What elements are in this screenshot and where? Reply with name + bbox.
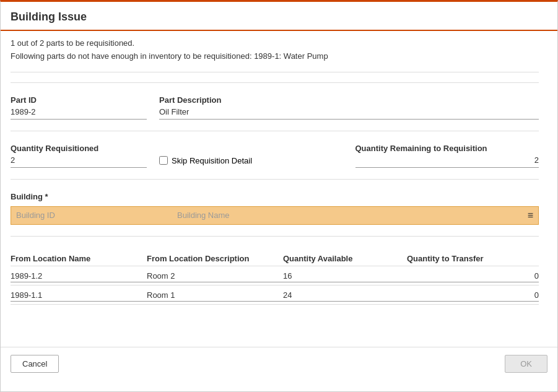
skip-label: Skip Requisition Detail <box>172 156 252 165</box>
building-input-row[interactable]: Building ID Building Name ≡ <box>11 206 539 225</box>
loc-qty-avail-2: 24 <box>283 290 407 302</box>
dialog-scroll-area[interactable]: 1 out of 2 parts to be requisitioned. Fo… <box>1 31 557 347</box>
info-line2: Following parts do not have enough in in… <box>11 50 539 63</box>
table-row: 1989-1.1 Room 1 24 0 <box>11 285 539 305</box>
building-issue-dialog: Building Issue 1 out of 2 parts to be re… <box>0 0 558 392</box>
qty-remaining-field: Quantity Remaining to Requisition 2 <box>355 144 539 168</box>
qty-remaining-label: Quantity Remaining to Requisition <box>355 144 539 153</box>
building-section: Building * Building ID Building Name ≡ <box>11 186 539 230</box>
col-header-qty-avail: Quantity Available <box>283 254 407 263</box>
qty-req-label: Quantity Requisitioned <box>11 144 147 153</box>
building-id-placeholder: Building ID <box>16 211 177 220</box>
divider-1 <box>11 82 539 83</box>
qty-req-field: Quantity Requisitioned 2 <box>11 144 147 168</box>
divider-4 <box>11 236 539 237</box>
location-table-section: From Location Name From Location Descrip… <box>11 243 539 310</box>
loc-qty-avail-1: 16 <box>283 271 407 282</box>
loc-name-1: 1989-1.2 <box>11 271 147 282</box>
loc-name-2: 1989-1.1 <box>11 290 147 302</box>
building-menu-icon[interactable]: ≡ <box>528 211 533 220</box>
skip-field: Skip Requisition Detail <box>159 144 343 165</box>
table-row: 1989-1.2 Room 2 16 0 <box>11 266 539 285</box>
divider-3 <box>11 179 539 180</box>
quantity-row: Quantity Requisitioned 2 Skip Requisitio… <box>11 137 539 173</box>
loc-desc-1: Room 2 <box>147 271 283 282</box>
building-name-placeholder: Building Name <box>177 211 528 220</box>
info-box: 1 out of 2 parts to be requisitioned. Fo… <box>11 31 539 72</box>
col-header-qty-transfer: Quantity to Transfer <box>407 254 539 263</box>
col-header-from-desc: From Location Description <box>147 254 283 263</box>
skip-checkbox[interactable] <box>159 156 168 165</box>
info-line1: 1 out of 2 parts to be requisitioned. <box>11 37 539 50</box>
dialog-footer: Cancel OK <box>1 347 557 380</box>
location-table-header: From Location Name From Location Descrip… <box>11 249 539 266</box>
part-desc-value: Oil Filter <box>159 107 539 120</box>
building-label: Building * <box>11 192 539 201</box>
part-row: Part ID 1989-2 Part Description Oil Filt… <box>11 89 539 124</box>
part-desc-field: Part Description Oil Filter <box>159 95 539 120</box>
loc-qty-transfer-2[interactable]: 0 <box>407 290 539 302</box>
ok-button[interactable]: OK <box>505 355 547 373</box>
cancel-button[interactable]: Cancel <box>11 355 59 373</box>
loc-qty-transfer-1[interactable]: 0 <box>407 271 539 282</box>
loc-desc-2: Room 1 <box>147 290 283 302</box>
divider-2 <box>11 131 539 131</box>
qty-remaining-value: 2 <box>355 155 539 168</box>
qty-req-value: 2 <box>11 155 147 168</box>
part-id-field: Part ID 1989-2 <box>11 95 147 120</box>
part-id-value: 1989-2 <box>11 107 147 120</box>
part-desc-label: Part Description <box>159 95 539 105</box>
dialog-title: Building Issue <box>1 2 557 31</box>
part-id-label: Part ID <box>11 95 147 105</box>
col-header-from-name: From Location Name <box>11 254 147 263</box>
